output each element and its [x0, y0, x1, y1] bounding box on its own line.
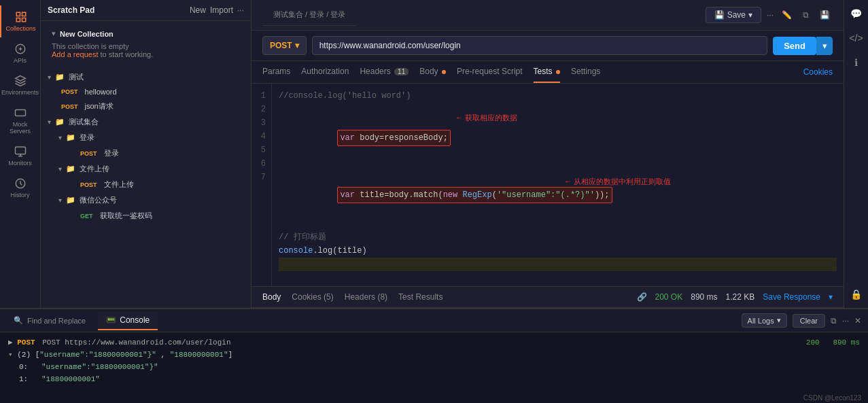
chevron-icon: ▾ — [58, 196, 62, 204]
code-line-7 — [279, 258, 837, 271]
tree-folder-login[interactable]: ▾ 📁 登录 — [52, 130, 251, 145]
new-collection-label: New Collection — [60, 30, 114, 38]
method-badge: POST — [58, 88, 81, 96]
console-icon: 📟 — [106, 315, 116, 325]
svg-rect-2 — [16, 18, 20, 22]
tree-item-login[interactable]: POST 登录 — [71, 145, 251, 161]
sidebar-item-collections[interactable]: Collections — [0, 5, 40, 37]
sidebar-item-environments[interactable]: Environments — [0, 69, 40, 101]
more-options-icon[interactable]: ··· — [767, 10, 774, 20]
send-button[interactable]: Send — [773, 37, 816, 55]
code-content[interactable]: //console.log('hello word') var body=res… — [272, 84, 844, 286]
method-badge: POST — [58, 103, 81, 111]
method-badge: POST — [77, 150, 100, 158]
url-bar: POST ▾ Send ▾ — [251, 31, 844, 61]
tree-sub-collection: ▾ 📁 登录 POST 登录 ▾ 📁 文件上传 — [41, 130, 251, 224]
sidebar-item-history[interactable]: History — [0, 172, 40, 204]
right-panel: 测试集合 / 登录 / 登录 💾 Save ▾ ··· ✏️ ⧉ 💾 POST … — [251, 0, 844, 308]
lock-icon[interactable]: 🔒 — [848, 286, 865, 302]
edit-icon[interactable]: ✏️ — [779, 7, 795, 22]
dropdown-icon: ▾ — [777, 316, 781, 325]
svg-rect-5 — [15, 110, 25, 116]
resp-tab-body[interactable]: Body — [262, 288, 281, 306]
tree-item-upload[interactable]: POST 文件上传 — [71, 177, 251, 192]
save-dropdown-icon: ▾ — [748, 10, 752, 20]
code-line-3: var body=responseBody; ← 获取相应的数据 — [279, 116, 837, 173]
tree-item-json[interactable]: POST json请求 — [52, 99, 251, 114]
console-item-1: 1: "18800000001" — [8, 373, 860, 385]
add-request-link[interactable]: Add a request — [52, 50, 99, 58]
save-disk-icon[interactable]: 💾 — [817, 7, 833, 22]
chevron-icon: ▾ — [58, 165, 62, 173]
find-icon: 🔍 — [14, 316, 23, 325]
chevron-down-icon: ▾ — [52, 29, 56, 38]
scratch-pad-label: Scratch Pad — [48, 5, 94, 15]
left-panel: Scratch Pad New Import ··· ▾ New Collect… — [41, 0, 251, 308]
save-icon: 💾 — [714, 10, 725, 20]
folder-icon: 📁 — [66, 164, 75, 173]
code-line-1: //console.log('hello word') — [279, 89, 837, 103]
send-dropdown-button[interactable]: ▾ — [816, 37, 833, 55]
folder-icon: 📁 — [66, 196, 75, 205]
method-select[interactable]: POST ▾ — [262, 36, 307, 55]
tab-settings[interactable]: Settings — [571, 61, 600, 83]
bottom-tab-actions: All Logs ▾ Clear ⧉ ··· ✕ — [742, 313, 861, 328]
svg-rect-0 — [16, 12, 20, 16]
panel-actions: New Import ··· — [190, 5, 244, 15]
sidebar-item-mock-servers[interactable]: Mock Servers — [0, 101, 40, 140]
tab-body[interactable]: Body — [419, 61, 446, 83]
resp-tab-test-results[interactable]: Test Results — [398, 288, 442, 306]
more-console-icon[interactable]: ··· — [842, 316, 849, 326]
status-200: 200 OK — [655, 292, 683, 302]
tree-item-wechat-auth[interactable]: GET 获取统一鉴权码 — [71, 208, 251, 224]
all-logs-dropdown[interactable]: All Logs ▾ — [742, 313, 787, 328]
dropdown-icon: ▾ — [295, 41, 299, 50]
resp-tab-cookies[interactable]: Cookies (5) — [292, 288, 333, 306]
save-response-button[interactable]: Save Response — [763, 292, 820, 302]
empty-collection-msg: This collection is empty Add a request t… — [52, 42, 240, 58]
sidebar-item-apis[interactable]: APIs — [0, 37, 40, 69]
save-response-dropdown[interactable]: ▾ — [829, 292, 833, 302]
response-tabs: Body Cookies (5) Headers (8) Test Result… — [251, 286, 844, 308]
copy-console-icon[interactable]: ⧉ — [831, 316, 837, 326]
clear-button[interactable]: Clear — [793, 314, 825, 328]
url-input[interactable] — [312, 36, 768, 55]
tree-folder-upload[interactable]: ▾ 📁 文件上传 — [52, 161, 251, 177]
tab-tests[interactable]: Tests — [534, 61, 560, 83]
cookies-link[interactable]: Cookies — [803, 67, 833, 77]
tab-prerequest[interactable]: Pre-request Script — [457, 61, 523, 83]
more-options-icon[interactable]: ··· — [237, 5, 244, 15]
chevron-icon: ▾ — [48, 118, 51, 126]
chevron-icon: ▾ — [48, 73, 51, 81]
tree-sub-test: POST helloword POST json请求 — [41, 85, 251, 114]
save-button[interactable]: 💾 Save ▾ — [706, 7, 761, 23]
chat-icon[interactable]: 💬 — [848, 5, 865, 22]
tab-authorization[interactable]: Authorization — [301, 61, 349, 83]
new-button[interactable]: New — [190, 5, 206, 15]
tree-folder-wechat[interactable]: ▾ 📁 微信公众号 — [52, 192, 251, 208]
method-badge: GET — [77, 212, 96, 220]
right-sidebar: 💬 </> ℹ 🔒 — [844, 0, 868, 308]
tab-console[interactable]: 📟 Console — [98, 311, 158, 330]
console-content: ▶ POST POST https://www.wanandroid.com/u… — [0, 332, 868, 393]
import-button[interactable]: Import — [210, 5, 233, 15]
code-editor[interactable]: 1 2 3 4 5 6 7 //console.log('hello word'… — [251, 84, 844, 286]
code-line-2 — [279, 103, 837, 116]
tree-folder-test[interactable]: ▾ 📁 测试 — [41, 69, 251, 85]
tab-params[interactable]: Params — [262, 61, 290, 83]
tab-headers[interactable]: Headers 11 — [360, 61, 409, 83]
svg-rect-3 — [22, 18, 25, 22]
tab-find-replace[interactable]: 🔍 Find and Replace — [7, 316, 92, 325]
new-collection-section: ▾ New Collection This collection is empt… — [41, 21, 251, 67]
sidebar-item-monitors[interactable]: Monitors — [0, 140, 40, 172]
code-icon[interactable]: </> — [846, 30, 865, 46]
folder-icon: 📁 — [66, 133, 75, 142]
console-post-line: ▶ POST POST https://www.wanandroid.com/u… — [8, 336, 860, 349]
console-item-0: 0: "username":"18800000001"}" — [8, 361, 860, 373]
copy-icon[interactable]: ⧉ — [800, 7, 812, 22]
tree-item-helloword[interactable]: POST helloword — [52, 85, 251, 99]
info-icon[interactable]: ℹ — [852, 54, 861, 71]
tree-folder-test-collection[interactable]: ▾ 📁 测试集合 — [41, 114, 251, 130]
close-console-icon[interactable]: ✕ — [854, 316, 861, 326]
resp-tab-headers[interactable]: Headers (8) — [345, 288, 387, 306]
